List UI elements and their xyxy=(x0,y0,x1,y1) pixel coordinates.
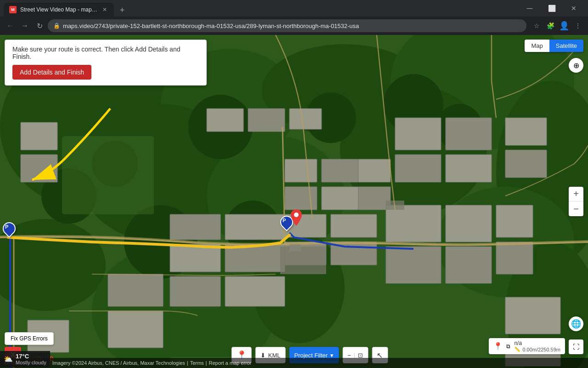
svg-rect-38 xyxy=(322,159,358,182)
svg-rect-47 xyxy=(496,205,533,237)
forward-button[interactable]: → xyxy=(18,19,31,32)
back-button[interactable]: ← xyxy=(4,19,17,32)
more-button[interactable]: ⋮ xyxy=(571,19,584,32)
svg-rect-49 xyxy=(395,118,441,150)
svg-rect-45 xyxy=(446,205,492,242)
map-view-button[interactable]: Map xyxy=(525,40,549,52)
ruler-icon: 📏 xyxy=(514,346,520,352)
location-pin-icon: 📍 xyxy=(493,342,503,351)
weather-temp: 17°C xyxy=(16,353,46,360)
zoom-controls: + − xyxy=(569,187,583,216)
end-marker[interactable] xyxy=(291,209,302,228)
svg-rect-22 xyxy=(170,214,220,240)
svg-rect-28 xyxy=(108,274,163,306)
satellite-view-button[interactable]: Satellite xyxy=(549,40,583,52)
imagery-text: Imagery ©2024 Airbus, CNES / Airbus, Max… xyxy=(52,360,185,366)
svg-rect-64 xyxy=(289,244,301,251)
bookmark-button[interactable]: ☆ xyxy=(530,19,543,32)
svg-rect-62 xyxy=(62,136,154,214)
weather-icon: ⛅ xyxy=(4,355,13,363)
extension-button[interactable]: 🧩 xyxy=(544,19,557,32)
svg-rect-32 xyxy=(331,214,377,237)
svg-rect-44 xyxy=(386,247,441,283)
tab-title: Street View Video Map - maps... xyxy=(20,6,97,13)
svg-rect-48 xyxy=(496,242,533,274)
svg-rect-53 xyxy=(505,118,547,145)
svg-rect-57 xyxy=(21,122,57,150)
svg-rect-35 xyxy=(248,109,285,132)
map-container[interactable]: P P Make sure your route is correct. The… xyxy=(0,35,588,368)
instruction-box: Make sure your route is correct. Then cl… xyxy=(5,40,207,86)
svg-rect-29 xyxy=(108,311,163,348)
report-map-error-link[interactable]: Report a map error xyxy=(209,360,251,366)
browser-actions: ☆ 🧩 👤 ⋮ xyxy=(530,19,584,32)
svg-rect-40 xyxy=(285,187,317,210)
fullscreen-icon: ⛶ xyxy=(573,343,579,351)
info-panel: 📍 ⧉ n/a 📏 0.00m/2250.59m xyxy=(489,338,565,354)
world-view-button[interactable]: 🌐 xyxy=(569,316,583,331)
active-tab[interactable]: M Street View Video Map - maps... ✕ xyxy=(4,3,114,17)
svg-rect-54 xyxy=(505,150,547,178)
lock-icon: 🔒 xyxy=(53,23,60,29)
address-bar-row: ← → ↻ 🔒 maps.video/2743/private-152-bart… xyxy=(0,17,588,35)
svg-rect-50 xyxy=(446,118,492,150)
tab-bar: M Street View Video Map - maps... ✕ + ─ … xyxy=(0,0,588,17)
svg-rect-52 xyxy=(446,155,492,182)
terms-link[interactable]: Terms xyxy=(190,360,204,366)
browser-chrome: M Street View Video Map - maps... ✕ + ─ … xyxy=(0,0,588,35)
compass-button[interactable]: ⊕ xyxy=(569,58,583,73)
fix-gps-button[interactable]: Fix GPS Errors xyxy=(5,332,54,345)
svg-rect-36 xyxy=(289,109,322,129)
distance-text: 0.00m/2250.59m xyxy=(522,347,560,352)
copy-icon: ⧉ xyxy=(506,343,510,350)
svg-rect-46 xyxy=(446,247,492,283)
svg-rect-37 xyxy=(285,159,317,182)
svg-rect-51 xyxy=(395,155,441,182)
svg-rect-24 xyxy=(170,276,220,306)
svg-rect-58 xyxy=(21,155,57,182)
restore-button[interactable]: ⬜ xyxy=(541,2,562,15)
minimize-button[interactable]: ─ xyxy=(519,2,540,15)
profile-button[interactable]: 👤 xyxy=(558,19,571,32)
new-tab-button[interactable]: + xyxy=(116,4,129,17)
start-marker[interactable]: P xyxy=(3,222,16,235)
svg-point-65 xyxy=(294,213,299,217)
svg-rect-55 xyxy=(505,297,560,334)
map-type-controls: Map Satellite xyxy=(525,40,583,52)
svg-rect-43 xyxy=(386,205,441,242)
fullscreen-button[interactable]: ⛶ xyxy=(569,339,583,354)
svg-rect-27 xyxy=(225,276,285,306)
svg-rect-34 xyxy=(207,109,243,132)
na-text: n/a xyxy=(514,340,560,346)
zoom-in-button[interactable]: + xyxy=(569,187,583,201)
address-bar[interactable]: 🔒 maps.video/2743/private-152-bartlett-s… xyxy=(48,19,526,32)
svg-rect-41 xyxy=(322,187,358,210)
status-bar: Keyboard shortcuts | Imagery ©2024 Airbu… xyxy=(0,358,588,368)
instruction-text: Make sure your route is correct. Then cl… xyxy=(12,46,199,60)
svg-rect-60 xyxy=(280,247,326,274)
weather-condition: Mostly cloudy xyxy=(16,360,46,365)
refresh-button[interactable]: ↻ xyxy=(33,19,46,32)
svg-rect-39 xyxy=(358,159,390,182)
url-text: maps.video/2743/private-152-bartlett-st-… xyxy=(63,23,521,29)
weather-widget: ⛅ 17°C Mostly cloudy xyxy=(0,351,50,367)
svg-rect-25 xyxy=(225,214,285,240)
tab-favicon: M xyxy=(9,6,17,13)
tab-close-button[interactable]: ✕ xyxy=(101,6,108,13)
zoom-out-button[interactable]: − xyxy=(569,201,583,216)
close-window-button[interactable]: ✕ xyxy=(563,2,584,15)
add-details-button[interactable]: Add Details and Finish xyxy=(12,65,91,80)
